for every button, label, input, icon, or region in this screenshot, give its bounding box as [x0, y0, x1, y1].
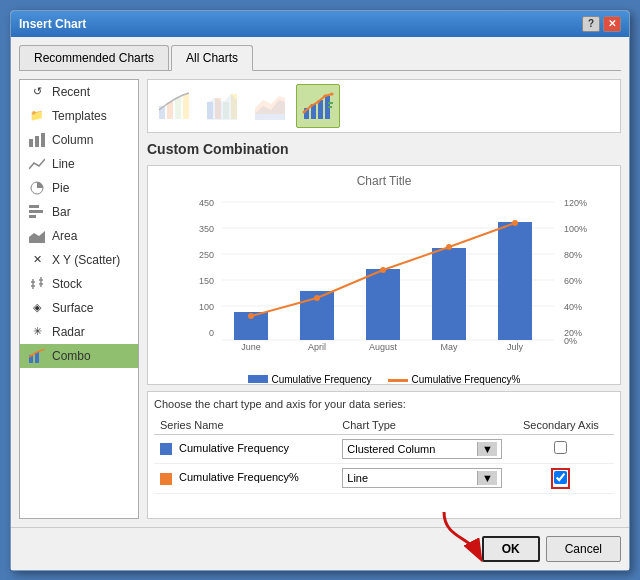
svg-marker-26: [255, 96, 285, 114]
sidebar-item-recent[interactable]: ↺ Recent: [20, 80, 138, 104]
svg-rect-2: [41, 133, 45, 147]
chart-type-name: Custom Combination: [147, 139, 621, 159]
svg-point-31: [303, 110, 306, 113]
svg-text:April: April: [308, 342, 326, 352]
legend-item-frequency-pct: Cumulative Frequency%: [388, 374, 521, 385]
sidebar-item-pie[interactable]: Pie: [20, 176, 138, 200]
secondary-axis-cell-0: [508, 434, 614, 463]
tab-recommended-charts[interactable]: Recommended Charts: [19, 45, 169, 70]
svg-point-32: [310, 104, 313, 107]
combo-type-3-button[interactable]: [248, 84, 292, 128]
secondary-axis-checkbox-0[interactable]: [554, 441, 567, 454]
svg-rect-1: [35, 136, 39, 147]
chart-svg-container: 450 350 250 150 100 0 120% 100% 80% 60% …: [156, 192, 612, 372]
checkbox-highlight-box: [551, 468, 570, 489]
legend-item-frequency: Cumulative Frequency: [248, 374, 372, 385]
combo-type-4-button[interactable]: [296, 84, 340, 128]
series-table: Series Name Chart Type Secondary Axis Cu…: [154, 416, 614, 494]
tabs-bar: Recommended Charts All Charts: [19, 45, 621, 71]
sidebar-item-line[interactable]: Line: [20, 152, 138, 176]
right-panel: Custom Combination Chart Title 450 350 2…: [147, 79, 621, 519]
sidebar-item-templates[interactable]: 📁 Templates: [20, 104, 138, 128]
area-chart-icon: [28, 229, 46, 243]
chart-preview-area: Chart Title 450 350 250 150 100 0 120%: [147, 165, 621, 385]
titlebar-buttons: ? ✕: [582, 16, 621, 32]
svg-point-62: [248, 313, 254, 319]
svg-rect-4: [29, 205, 39, 208]
series-label-1: Cumulative Frequency%: [179, 471, 299, 483]
series-chart-type-1: Line ▼: [336, 463, 508, 493]
svg-text:100: 100: [199, 302, 214, 312]
chart-type-dropdown-0[interactable]: Clustered Column ▼: [342, 439, 502, 459]
pie-chart-icon: [28, 181, 46, 195]
dropdown-arrow-1[interactable]: ▼: [477, 471, 497, 485]
svg-text:August: August: [369, 342, 398, 352]
svg-rect-17: [167, 102, 173, 119]
sidebar-item-scatter[interactable]: ✕ X Y (Scatter): [20, 248, 138, 272]
svg-text:0%: 0%: [564, 336, 577, 346]
svg-point-35: [331, 92, 334, 95]
svg-rect-19: [183, 94, 189, 119]
help-button[interactable]: ?: [582, 16, 600, 32]
chart-subtype-icons: [147, 79, 621, 133]
line-chart-icon: [28, 157, 46, 171]
folder-icon: 📁: [28, 109, 46, 123]
svg-text:80%: 80%: [564, 250, 582, 260]
radar-chart-icon: ✳: [28, 325, 46, 339]
dialog-title: Insert Chart: [19, 17, 86, 31]
series-color-1: [160, 473, 172, 485]
insert-chart-dialog: Insert Chart ? ✕ Recommended Charts All …: [10, 10, 630, 571]
svg-text:450: 450: [199, 198, 214, 208]
svg-point-34: [324, 94, 327, 97]
svg-text:350: 350: [199, 224, 214, 234]
sidebar-item-area[interactable]: Area: [20, 224, 138, 248]
secondary-axis-checkbox-1[interactable]: [554, 471, 567, 484]
svg-rect-37: [328, 106, 332, 108]
series-chart-type-0: Clustered Column ▼: [336, 434, 508, 463]
ok-button[interactable]: OK: [482, 536, 540, 562]
svg-rect-60: [432, 248, 466, 340]
svg-rect-61: [498, 222, 532, 340]
svg-text:0: 0: [209, 328, 214, 338]
cancel-button[interactable]: Cancel: [546, 536, 621, 562]
legend-color-frequency: [248, 375, 268, 383]
series-label-0: Cumulative Frequency: [179, 442, 289, 454]
svg-rect-5: [29, 210, 43, 213]
combo-type-2-button[interactable]: [200, 84, 244, 128]
sidebar-item-column[interactable]: Column: [20, 128, 138, 152]
chart-type-value-0: Clustered Column: [347, 443, 435, 455]
svg-text:60%: 60%: [564, 276, 582, 286]
svg-marker-24: [207, 94, 237, 120]
svg-point-66: [512, 220, 518, 226]
series-table-header: Series Name Chart Type Secondary Axis: [154, 416, 614, 435]
svg-rect-6: [29, 215, 36, 218]
dialog-footer: OK Cancel: [11, 527, 629, 570]
svg-point-63: [314, 295, 320, 301]
dropdown-arrow-0[interactable]: ▼: [477, 442, 497, 456]
chart-type-value-1: Line: [347, 472, 368, 484]
data-series-section: Choose the chart type and axis for your …: [147, 391, 621, 519]
chart-preview-title: Chart Title: [156, 174, 612, 188]
secondary-axis-cell-1: [508, 463, 614, 493]
data-series-instruction: Choose the chart type and axis for your …: [154, 398, 614, 410]
series-name-0: Cumulative Frequency: [154, 434, 336, 463]
bar-chart-icon: [28, 205, 46, 219]
chart-type-dropdown-1[interactable]: Line ▼: [342, 468, 502, 488]
main-area: ↺ Recent 📁 Templates Column: [19, 79, 621, 519]
svg-rect-18: [175, 98, 181, 119]
series-color-0: [160, 443, 172, 455]
column-chart-icon: [28, 133, 46, 147]
sidebar-item-stock[interactable]: Stock: [20, 272, 138, 296]
legend-label-frequency-pct: Cumulative Frequency%: [412, 374, 521, 385]
series-row-0: Cumulative Frequency Clustered Column ▼: [154, 434, 614, 463]
tab-all-charts[interactable]: All Charts: [171, 45, 253, 71]
svg-text:150: 150: [199, 276, 214, 286]
series-row-1: Cumulative Frequency% Line ▼: [154, 463, 614, 493]
sidebar-item-combo[interactable]: Combo: [20, 344, 138, 368]
close-button[interactable]: ✕: [603, 16, 621, 32]
sidebar-item-surface[interactable]: ◈ Surface: [20, 296, 138, 320]
sidebar-item-bar[interactable]: Bar: [20, 200, 138, 224]
combo-type-1-button[interactable]: [152, 84, 196, 128]
sidebar-item-radar[interactable]: ✳ Radar: [20, 320, 138, 344]
svg-point-64: [380, 267, 386, 273]
